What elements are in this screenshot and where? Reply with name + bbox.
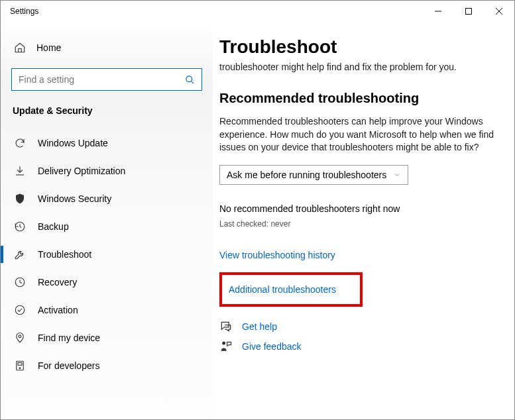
- shield-icon: [14, 193, 26, 205]
- sidebar: Home Update & Security Windows Update De…: [1, 22, 213, 419]
- sidebar-item-find-my-device[interactable]: Find my device: [1, 324, 213, 352]
- home-icon: [14, 42, 26, 54]
- get-help-row[interactable]: Get help: [219, 320, 494, 333]
- status-text: No recommended troubleshooters right now: [219, 203, 494, 214]
- sync-icon: [14, 137, 26, 149]
- page-lead: troubleshooter might help find and fix t…: [219, 62, 494, 72]
- check-circle-icon: [14, 304, 26, 316]
- svg-rect-1: [466, 9, 472, 15]
- svg-point-8: [19, 335, 21, 338]
- link-get-help[interactable]: Get help: [242, 321, 277, 332]
- developer-icon: [14, 360, 26, 372]
- download-icon: [14, 165, 26, 177]
- sidebar-item-label: Activation: [38, 305, 78, 315]
- svg-point-7: [15, 305, 25, 315]
- close-button[interactable]: [484, 1, 514, 22]
- page-title: Troubleshoot: [219, 36, 494, 58]
- search-box[interactable]: [11, 68, 202, 91]
- svg-point-11: [19, 368, 21, 369]
- main-content: Troubleshoot troubleshooter might help f…: [213, 22, 514, 419]
- home-nav[interactable]: Home: [11, 36, 202, 59]
- sidebar-item-for-developers[interactable]: For developers: [1, 352, 213, 380]
- chat-icon: [219, 320, 233, 333]
- sidebar-item-label: Windows Security: [38, 193, 111, 204]
- search-input[interactable]: [19, 74, 185, 85]
- titlebar: Settings: [1, 1, 514, 22]
- link-view-history[interactable]: View troubleshooting history: [219, 250, 494, 260]
- sidebar-item-label: Find my device: [38, 333, 100, 343]
- troubleshoot-preference-dropdown[interactable]: Ask me before running troubleshooters: [219, 165, 408, 185]
- svg-point-4: [186, 76, 192, 81]
- sidebar-item-label: For developers: [38, 360, 99, 371]
- wrench-icon: [14, 248, 26, 260]
- sidebar-item-recovery[interactable]: Recovery: [1, 268, 213, 296]
- link-additional-troubleshooters[interactable]: Additional troubleshooters: [229, 284, 336, 295]
- search-icon: [185, 75, 195, 85]
- feedback-icon: [219, 340, 233, 353]
- svg-line-5: [191, 81, 194, 83]
- window-title: Settings: [10, 7, 38, 16]
- history-icon: [14, 221, 26, 233]
- section-title: Update & Security: [11, 105, 202, 116]
- svg-point-12: [222, 341, 225, 344]
- sidebar-item-windows-security[interactable]: Windows Security: [1, 185, 213, 213]
- section-body: Recommended troubleshooters can help imp…: [219, 115, 494, 154]
- sidebar-item-backup[interactable]: Backup: [1, 213, 213, 240]
- sidebar-item-label: Delivery Optimization: [38, 166, 125, 176]
- highlighted-box: Additional troubleshooters: [219, 272, 363, 307]
- location-icon: [14, 332, 26, 344]
- give-feedback-row[interactable]: Give feedback: [219, 340, 494, 353]
- maximize-button[interactable]: [453, 1, 484, 22]
- dropdown-value: Ask me before running troubleshooters: [227, 170, 386, 180]
- sidebar-item-activation[interactable]: Activation: [1, 296, 213, 324]
- svg-rect-10: [18, 363, 22, 366]
- recovery-icon: [14, 276, 26, 288]
- sidebar-item-troubleshoot[interactable]: Troubleshoot: [1, 240, 213, 268]
- minimize-button[interactable]: [423, 1, 453, 22]
- section-heading: Recommended troubleshooting: [219, 91, 494, 106]
- last-checked-text: Last checked: never: [219, 219, 494, 229]
- sidebar-item-label: Windows Update: [38, 138, 108, 148]
- home-label: Home: [36, 42, 61, 53]
- sidebar-item-windows-update[interactable]: Windows Update: [1, 129, 213, 157]
- sidebar-item-delivery-optimization[interactable]: Delivery Optimization: [1, 157, 213, 185]
- link-give-feedback[interactable]: Give feedback: [242, 341, 302, 352]
- chevron-down-icon: [393, 171, 401, 179]
- window-controls: [423, 1, 514, 22]
- sidebar-item-label: Backup: [38, 221, 69, 232]
- sidebar-item-label: Recovery: [38, 277, 77, 288]
- sidebar-item-label: Troubleshoot: [38, 249, 91, 260]
